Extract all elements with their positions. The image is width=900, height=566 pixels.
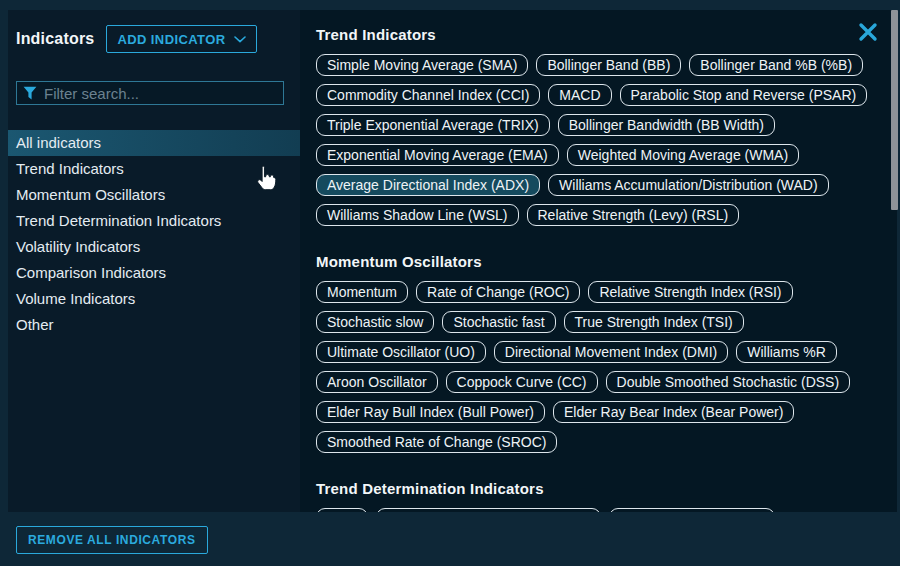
section-trend-indicators: Trend IndicatorsSimple Moving Average (S…	[316, 27, 897, 226]
indicator-pill-smoothed-rate-of-change-sroc[interactable]: Smoothed Rate of Change (SROC)	[316, 431, 557, 453]
pill-row: Ultimate Oscillator (UO)Directional Move…	[316, 341, 897, 363]
sidebar: Indicators ADD INDICATOR All indicatorsT…	[8, 10, 300, 512]
sidebar-item-all-indicators[interactable]: All indicators	[8, 130, 300, 156]
pill-row: Commodity Channel Index (CCI)MACDParabol…	[316, 84, 897, 106]
indicator-pill-simple-moving-average-sma[interactable]: Simple Moving Average (SMA)	[316, 54, 528, 76]
indicators-dialog: Indicators ADD INDICATOR All indicatorsT…	[0, 0, 900, 566]
sidebar-item-volatility-indicators[interactable]: Volatility Indicators	[8, 234, 300, 260]
pill-row: Average Directional Index (ADX)Williams …	[316, 174, 897, 196]
sidebar-item-comparison-indicators[interactable]: Comparison Indicators	[8, 260, 300, 286]
indicator-pill-relative-strength-index-rsi[interactable]: Relative Strength Index (RSI)	[588, 281, 792, 303]
indicator-pill-weighted-moving-average-wma[interactable]: Weighted Moving Average (WMA)	[567, 144, 799, 166]
indicator-pill-williams-shadow-line-wsl[interactable]: Williams Shadow Line (WSL)	[316, 204, 519, 226]
remove-all-indicators-button[interactable]: REMOVE ALL INDICATORS	[16, 526, 208, 554]
chevron-down-icon	[234, 36, 246, 43]
scrollbar-track	[891, 10, 898, 512]
dialog-body: Indicators ADD INDICATOR All indicatorsT…	[8, 10, 897, 512]
pill-row: MomentumRate of Change (ROC)Relative Str…	[316, 281, 897, 303]
section-heading: Momentum Oscillators	[316, 254, 897, 269]
pill-row: Simple Moving Average (SMA)Bollinger Ban…	[316, 54, 897, 76]
sidebar-item-momentum-oscillators[interactable]: Momentum Oscillators	[8, 182, 300, 208]
indicator-pill-elder-ray-bear-index-bear-power[interactable]: Elder Ray Bear Index (Bear Power)	[553, 401, 794, 423]
indicator-pill-stochastic-slow[interactable]: Stochastic slow	[316, 311, 434, 333]
indicator-pill-average-directional-index-adx[interactable]: Average Directional Index (ADX)	[316, 174, 540, 196]
indicator-pill-true-strength-index-tsi[interactable]: True Strength Index (TSI)	[564, 311, 744, 333]
indicator-pill-parabolic-stop-and-reverse-psar[interactable]: Parabolic Stop and Reverse (PSAR)	[620, 84, 868, 106]
add-indicator-label: ADD INDICATOR	[117, 32, 225, 47]
add-indicator-button[interactable]: ADD INDICATOR	[106, 25, 257, 53]
section-trend-determination-indicators: Trend Determination Indicators	[316, 481, 897, 512]
scrollbar-thumb[interactable]	[891, 10, 898, 210]
indicator-panel: Trend IndicatorsSimple Moving Average (S…	[300, 10, 897, 512]
category-list: All indicatorsTrend IndicatorsMomentum O…	[8, 130, 300, 338]
indicator-pill-rate-of-change-roc[interactable]: Rate of Change (ROC)	[416, 281, 580, 303]
section-heading: Trend Determination Indicators	[316, 481, 897, 496]
sidebar-header: Indicators ADD INDICATOR	[16, 25, 292, 53]
indicator-pill-coppock-curve-cc[interactable]: Coppock Curve (CC)	[446, 371, 598, 393]
indicator-pill-macd[interactable]: MACD	[548, 84, 611, 106]
indicator-pill-aroon-oscillator[interactable]: Aroon Oscillator	[316, 371, 438, 393]
indicator-pill-relative-strength-levy-rsl[interactable]: Relative Strength (Levy) (RSL)	[527, 204, 740, 226]
footer-bar: REMOVE ALL INDICATORS	[0, 512, 900, 566]
pill-row: Exponential Moving Average (EMA)Weighted…	[316, 144, 897, 166]
indicator-pill-ultimate-oscillator-uo[interactable]: Ultimate Oscillator (UO)	[316, 341, 486, 363]
filter-icon	[23, 86, 37, 100]
sidebar-item-other[interactable]: Other	[8, 312, 300, 338]
indicator-pill-triple-exponential-average-trix[interactable]: Triple Exponential Average (TRIX)	[316, 114, 550, 136]
pill-row: Williams Shadow Line (WSL)Relative Stren…	[316, 204, 897, 226]
pill-row: Smoothed Rate of Change (SROC)	[316, 431, 897, 453]
indicator-pill-bollinger-band-b-b[interactable]: Bollinger Band %B (%B)	[689, 54, 863, 76]
indicator-pill-directional-movement-index-dmi[interactable]: Directional Movement Index (DMI)	[494, 341, 728, 363]
search-input[interactable]	[44, 85, 277, 102]
indicator-pill-exponential-moving-average-ema[interactable]: Exponential Moving Average (EMA)	[316, 144, 559, 166]
search-box[interactable]	[16, 81, 284, 105]
close-icon[interactable]	[857, 21, 879, 43]
sidebar-item-trend-determination-indicators[interactable]: Trend Determination Indicators	[8, 208, 300, 234]
indicator-pill-bollinger-bandwidth-bb-width[interactable]: Bollinger Bandwidth (BB Width)	[558, 114, 775, 136]
pill-row: Triple Exponential Average (TRIX)Bolling…	[316, 114, 897, 136]
sidebar-item-trend-indicators[interactable]: Trend Indicators	[8, 156, 300, 182]
sidebar-item-volume-indicators[interactable]: Volume Indicators	[8, 286, 300, 312]
section-heading: Trend Indicators	[316, 27, 897, 42]
indicator-pill-stochastic-fast[interactable]: Stochastic fast	[442, 311, 555, 333]
indicator-pill-williams-r[interactable]: Williams %R	[736, 341, 837, 363]
indicator-pill-elder-ray-bull-index-bull-power[interactable]: Elder Ray Bull Index (Bull Power)	[316, 401, 545, 423]
indicator-pill-williams-accumulation-distribution-wad[interactable]: Williams Accumulation/Distribution (WAD)	[548, 174, 829, 196]
pill-row: Stochastic slowStochastic fastTrue Stren…	[316, 311, 897, 333]
indicator-pill-commodity-channel-index-cci[interactable]: Commodity Channel Index (CCI)	[316, 84, 540, 106]
indicator-pill-bollinger-band-bb[interactable]: Bollinger Band (BB)	[536, 54, 681, 76]
section-momentum-oscillators: Momentum OscillatorsMomentumRate of Chan…	[316, 254, 897, 453]
dialog-title: Indicators	[16, 30, 94, 48]
pill-row: Elder Ray Bull Index (Bull Power)Elder R…	[316, 401, 897, 423]
indicator-pill-double-smoothed-stochastic-dss[interactable]: Double Smoothed Stochastic (DSS)	[606, 371, 851, 393]
pill-row: Aroon OscillatorCoppock Curve (CC)Double…	[316, 371, 897, 393]
indicator-pill-momentum[interactable]: Momentum	[316, 281, 408, 303]
